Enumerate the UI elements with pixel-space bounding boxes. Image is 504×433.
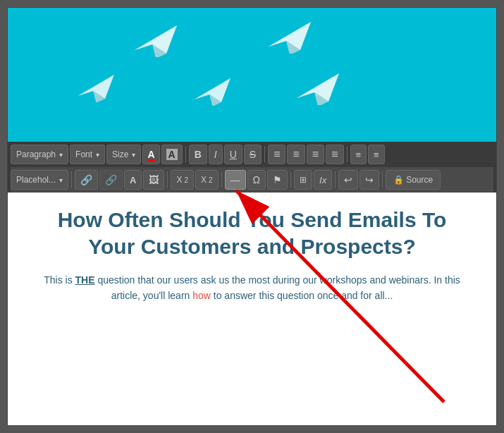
subscript-button[interactable]: X2: [171, 170, 194, 190]
source-button[interactable]: 🔒 Source: [386, 170, 441, 190]
separator-5: [167, 171, 168, 188]
how-highlight: how: [192, 290, 211, 301]
align-center-button[interactable]: ≡: [287, 145, 305, 164]
editor-container: Paragraph Font Size A A B I U S ≡ ≡ ≡ ≡: [7, 7, 497, 426]
special-char-button[interactable]: Ω: [247, 170, 266, 190]
separator-4: [71, 171, 72, 188]
font-color-a-icon: A: [147, 149, 154, 160]
separator-3: [347, 146, 348, 163]
editor-toolbar: Paragraph Font Size A A B I U S ≡ ≡ ≡ ≡: [8, 142, 496, 193]
the-highlight: THE: [75, 274, 95, 286]
horizontal-rule-button[interactable]: —: [225, 170, 246, 190]
superscript-button[interactable]: X2: [195, 170, 219, 190]
align-right-button[interactable]: ≡: [307, 145, 324, 164]
flag-button[interactable]: ⚑: [267, 170, 288, 190]
font-highlight-a-icon: A: [166, 149, 178, 160]
underline-button[interactable]: U: [224, 145, 242, 164]
placeholder-dropdown[interactable]: Placehol...: [11, 170, 68, 190]
paper-plane-1: [135, 22, 180, 66]
font-dropdown[interactable]: Font: [70, 145, 105, 164]
paper-plane-5: [297, 70, 343, 114]
article-title: How Often Should You Send Emails To Your…: [36, 207, 468, 260]
separator-7: [290, 171, 291, 188]
align-left-button[interactable]: ≡: [268, 145, 285, 164]
toolbar-row-2: Placehol... 🔗 🔗 A 🖼 X2 X2 — Ω ⚑ ⊞ Ix: [11, 167, 493, 193]
source-label: Source: [406, 175, 433, 185]
italic-button[interactable]: I: [209, 145, 223, 164]
paper-plane-4: [195, 75, 233, 113]
strikethrough-button[interactable]: S: [244, 145, 262, 164]
article-content: How Often Should You Send Emails To Your…: [8, 193, 496, 390]
separator-6: [221, 171, 222, 188]
toolbar-row-1: Paragraph Font Size A A B I U S ≡ ≡ ≡ ≡: [11, 145, 493, 167]
unlink-button[interactable]: 🔗: [99, 170, 123, 190]
header-image: [8, 8, 496, 142]
link-button[interactable]: 🔗: [75, 170, 98, 190]
editor-outer-wrapper: 🗑 🗑: [0, 0, 504, 433]
separator-8: [335, 171, 336, 188]
font-highlight-button[interactable]: A: [161, 145, 183, 164]
size-dropdown[interactable]: Size: [106, 145, 141, 164]
separator-1: [185, 146, 186, 163]
bold-button[interactable]: B: [189, 145, 207, 164]
table-button[interactable]: ⊞: [294, 170, 312, 190]
unordered-list-button[interactable]: ≡: [368, 145, 385, 164]
source-lock-icon: 🔒: [393, 175, 404, 185]
article-excerpt: This is THE question that our users ask …: [36, 272, 468, 304]
paper-plane-3: [78, 71, 117, 109]
separator-9: [382, 171, 383, 188]
text-color-button[interactable]: A: [124, 170, 142, 190]
undo-button[interactable]: ↩: [338, 170, 358, 190]
redo-button[interactable]: ↪: [359, 170, 379, 190]
align-justify-button[interactable]: ≡: [326, 145, 343, 164]
image-button[interactable]: 🖼: [143, 170, 164, 190]
paper-plane-2: [269, 18, 314, 62]
ordered-list-button[interactable]: ≡: [350, 145, 367, 164]
paragraph-dropdown[interactable]: Paragraph: [11, 145, 68, 164]
font-color-button[interactable]: A: [142, 145, 159, 164]
clear-format-button[interactable]: Ix: [314, 170, 332, 190]
separator-2: [264, 146, 265, 163]
